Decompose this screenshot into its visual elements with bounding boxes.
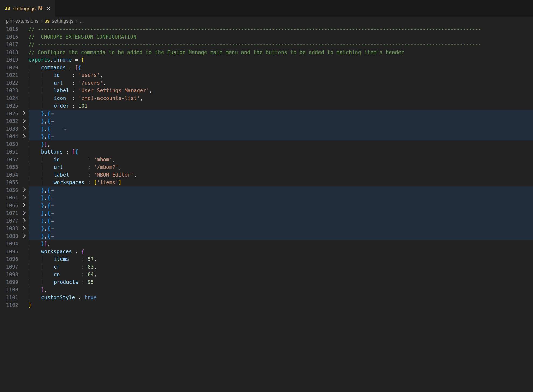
code-line[interactable]: 1096 items : 57, bbox=[0, 255, 533, 263]
code-line[interactable]: 1038 },{ ⋯ bbox=[0, 125, 533, 133]
code-line-content[interactable]: },{⋯ bbox=[29, 117, 533, 125]
code-line-content[interactable]: workspaces : ['items'] bbox=[29, 179, 533, 186]
code-line[interactable]: 1026 },{⋯ bbox=[0, 110, 533, 117]
fold-chevron-icon[interactable] bbox=[21, 188, 26, 192]
tab-settings-js[interactable]: JS settings.js M × bbox=[0, 0, 55, 17]
code-line-content[interactable]: // Configure the commands to be added to… bbox=[29, 48, 533, 56]
code-line[interactable]: 1102} bbox=[0, 301, 533, 309]
code-line-content[interactable]: },{⋯ bbox=[29, 217, 533, 225]
code-editor[interactable]: 1015// ---------------------------------… bbox=[0, 25, 533, 309]
code-line[interactable]: 1088 },{⋯ bbox=[0, 232, 533, 240]
fold-chevron-icon[interactable] bbox=[21, 119, 26, 123]
code-line[interactable]: 1066 },{⋯ bbox=[0, 202, 533, 209]
code-line-content[interactable]: commands : [{ bbox=[29, 64, 533, 72]
fold-chevron-icon[interactable] bbox=[21, 203, 26, 207]
code-line[interactable]: 1019exports.chrome = { bbox=[0, 56, 533, 64]
code-line-content[interactable]: exports.chrome = { bbox=[29, 56, 533, 64]
code-line[interactable]: 1056 },{⋯ bbox=[0, 186, 533, 194]
code-line-content[interactable]: },{⋯ bbox=[29, 224, 533, 232]
code-line-content[interactable]: }], bbox=[29, 140, 533, 148]
code-line-content[interactable]: items : 57, bbox=[29, 255, 533, 263]
fold-zone[interactable] bbox=[18, 125, 29, 133]
code-line-content[interactable]: } bbox=[29, 301, 533, 309]
code-line[interactable]: 1024 icon : 'zmdi-accounts-list', bbox=[0, 94, 533, 102]
code-line[interactable]: 1025 order : 101 bbox=[0, 102, 533, 110]
code-line[interactable]: 1097 cr : 83, bbox=[0, 263, 533, 271]
code-line-content[interactable]: cr : 83, bbox=[29, 263, 533, 271]
breadcrumb-symbol[interactable]: ... bbox=[80, 18, 84, 24]
code-line-content[interactable]: },{⋯ bbox=[29, 232, 533, 240]
fold-zone[interactable] bbox=[18, 194, 29, 202]
code-line[interactable]: 1083 },{⋯ bbox=[0, 224, 533, 232]
code-line[interactable]: 1094 }], bbox=[0, 240, 533, 248]
fold-zone[interactable] bbox=[18, 224, 29, 232]
code-line-content[interactable]: // CHOROME EXTENSION CONFIGURATION bbox=[29, 33, 533, 41]
code-line-content[interactable]: }], bbox=[29, 240, 533, 248]
fold-zone[interactable] bbox=[18, 232, 29, 240]
code-line[interactable]: 1018// Configure the commands to be adde… bbox=[0, 48, 533, 56]
code-line-content[interactable]: customStyle : true bbox=[29, 294, 533, 301]
fold-zone[interactable] bbox=[18, 133, 29, 140]
fold-chevron-icon[interactable] bbox=[21, 195, 26, 199]
code-line-content[interactable]: },{⋯ bbox=[29, 209, 533, 217]
fold-chevron-icon[interactable] bbox=[21, 218, 26, 223]
code-line-content[interactable]: co : 84, bbox=[29, 270, 533, 278]
code-line[interactable]: 1095 workspaces : { bbox=[0, 248, 533, 255]
code-line-content[interactable]: },{⋯ bbox=[29, 133, 533, 140]
code-line-content[interactable]: }, bbox=[29, 286, 533, 294]
code-line[interactable]: 1044 },{⋯ bbox=[0, 133, 533, 140]
code-line[interactable]: 1052 id : 'mbom', bbox=[0, 156, 533, 163]
code-line[interactable]: 1023 label : 'User Settings Manager', bbox=[0, 87, 533, 94]
code-line-content[interactable]: },{⋯ bbox=[29, 186, 533, 194]
code-line[interactable]: 1077 },{⋯ bbox=[0, 217, 533, 225]
code-line[interactable]: 1015// ---------------------------------… bbox=[0, 25, 533, 33]
code-line-content[interactable]: products : 95 bbox=[29, 278, 533, 286]
code-line-content[interactable]: id : 'users', bbox=[29, 71, 533, 79]
breadcrumb-file[interactable]: settings.js bbox=[52, 18, 73, 24]
fold-zone[interactable] bbox=[18, 217, 29, 225]
code-line-content[interactable]: // -------------------------------------… bbox=[29, 41, 533, 48]
fold-zone[interactable] bbox=[18, 110, 29, 117]
code-line[interactable]: 1053 url : '/mbom?', bbox=[0, 163, 533, 171]
fold-chevron-icon[interactable] bbox=[21, 111, 26, 115]
code-line[interactable]: 1061 },{⋯ bbox=[0, 194, 533, 202]
fold-zone[interactable] bbox=[18, 202, 29, 209]
code-line-content[interactable]: },{ ⋯ bbox=[29, 125, 533, 133]
fold-chevron-icon[interactable] bbox=[21, 226, 26, 230]
code-line-content[interactable]: },{⋯ bbox=[29, 202, 533, 209]
code-line-content[interactable]: id : 'mbom', bbox=[29, 156, 533, 163]
code-line[interactable]: 1016// CHOROME EXTENSION CONFIGURATION bbox=[0, 33, 533, 41]
code-line-content[interactable]: icon : 'zmdi-accounts-list', bbox=[29, 94, 533, 102]
fold-chevron-icon[interactable] bbox=[21, 234, 26, 238]
code-line-content[interactable]: buttons : [{ bbox=[29, 148, 533, 156]
code-line[interactable]: 1022 url : '/users', bbox=[0, 79, 533, 87]
code-line[interactable]: 1051 buttons : [{ bbox=[0, 148, 533, 156]
close-icon[interactable]: × bbox=[47, 6, 50, 12]
code-line-content[interactable]: },{⋯ bbox=[29, 110, 533, 117]
code-line-content[interactable]: url : '/users', bbox=[29, 79, 533, 87]
code-line-content[interactable]: workspaces : { bbox=[29, 248, 533, 255]
code-line[interactable]: 1054 label : 'MBOM Editor', bbox=[0, 171, 533, 179]
code-line[interactable]: 1017// ---------------------------------… bbox=[0, 41, 533, 48]
fold-chevron-icon[interactable] bbox=[21, 134, 26, 138]
code-line[interactable]: 1055 workspaces : ['items'] bbox=[0, 179, 533, 186]
code-line[interactable]: 1098 co : 84, bbox=[0, 270, 533, 278]
code-line[interactable]: 1050 }], bbox=[0, 140, 533, 148]
code-line[interactable]: 1032 },{⋯ bbox=[0, 117, 533, 125]
code-line[interactable]: 1100 }, bbox=[0, 286, 533, 294]
fold-zone[interactable] bbox=[18, 186, 29, 194]
code-line[interactable]: 1021 id : 'users', bbox=[0, 71, 533, 79]
code-line[interactable]: 1101 customStyle : true bbox=[0, 294, 533, 301]
code-line[interactable]: 1099 products : 95 bbox=[0, 278, 533, 286]
code-line-content[interactable]: order : 101 bbox=[29, 102, 533, 110]
fold-zone[interactable] bbox=[18, 117, 29, 125]
code-line-content[interactable]: url : '/mbom?', bbox=[29, 163, 533, 171]
code-line-content[interactable]: label : 'MBOM Editor', bbox=[29, 171, 533, 179]
code-line[interactable]: 1071 },{⋯ bbox=[0, 209, 533, 217]
breadcrumb-folder[interactable]: plm-extensions bbox=[6, 18, 38, 24]
code-line[interactable]: 1020 commands : [{ bbox=[0, 64, 533, 72]
fold-chevron-icon[interactable] bbox=[21, 126, 26, 131]
code-line-content[interactable]: label : 'User Settings Manager', bbox=[29, 87, 533, 94]
code-line-content[interactable]: // -------------------------------------… bbox=[29, 25, 533, 33]
fold-zone[interactable] bbox=[18, 209, 29, 217]
